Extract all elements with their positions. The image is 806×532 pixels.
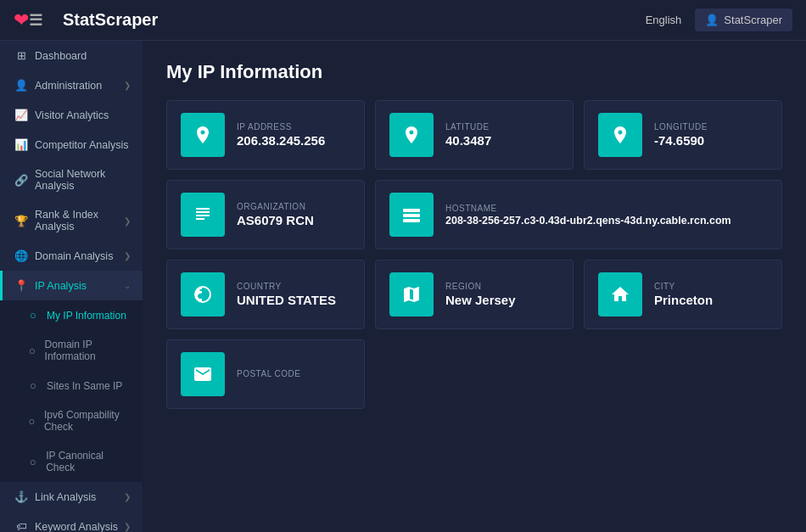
domain-analysis-icon: 🌐 [14, 249, 28, 262]
sidebar-item-link-analysis[interactable]: ⚓ Link Analysis ❯ [0, 482, 143, 512]
sidebar-label-my-ip: My IP Information [47, 310, 126, 322]
sidebar-item-rank-index[interactable]: 🏆 Rank & Index Analysis ❯ [0, 200, 143, 241]
card-ip-address: IP ADDRESS 206.38.245.256 [166, 100, 365, 170]
organization-value: AS6079 RCN [237, 213, 314, 227]
card-city: CITY Princeton [584, 260, 782, 329]
region-icon-box [389, 272, 434, 316]
ip-address-content: IP ADDRESS 206.38.245.256 [237, 122, 325, 148]
latitude-content: LATITUDE 40.3487 [445, 122, 491, 148]
card-region: REGION New Jersey [375, 260, 574, 329]
ip-address-icon-box [181, 113, 225, 157]
sidebar-item-ipv6-check[interactable]: ○ Ipv6 Compability Check [0, 400, 143, 441]
sidebar-label-social-network: Social Network Analysis [35, 168, 131, 192]
svg-rect-2 [403, 219, 420, 222]
chevron-icon: ❯ [124, 216, 131, 226]
city-content: CITY Princeton [654, 282, 713, 307]
sidebar-label-domain-analysis: Domain Analysis [35, 250, 113, 262]
cards-grid: IP ADDRESS 206.38.245.256 LATITUDE 40.34… [166, 100, 782, 409]
sidebar-label-rank-index: Rank & Index Analysis [35, 209, 124, 232]
sidebar-item-sites-same-ip[interactable]: ○ Sites In Same IP [0, 371, 143, 400]
longitude-label: LONGITUDE [654, 122, 708, 132]
card-longitude: LONGITUDE -74.6590 [584, 100, 782, 170]
dashboard-icon: ⊞ [14, 49, 28, 62]
sidebar-label-domain-ip: Domain IP Information [45, 339, 131, 362]
card-latitude: LATITUDE 40.3487 [375, 100, 574, 170]
logo: ☰ StatScraper [29, 10, 639, 30]
longitude-icon-box [598, 113, 642, 157]
country-value: UNITED STATES [237, 293, 336, 307]
country-content: COUNTRY UNITED STATES [237, 282, 336, 307]
chevron-icon: ❯ [124, 492, 131, 501]
sidebar-label-dashboard: Dashboard [35, 50, 87, 62]
layout: ⊞ Dashboard 👤 Administration ❯ 📈 Visitor… [0, 41, 806, 532]
organization-content: ORGANIZATION AS6079 RCN [237, 202, 314, 227]
chevron-icon: ❯ [124, 251, 131, 260]
sidebar-item-domain-ip[interactable]: ○ Domain IP Information [0, 330, 143, 371]
svg-rect-1 [403, 214, 420, 217]
sidebar-label-administration: Administration [35, 80, 102, 92]
latitude-value: 40.3487 [445, 133, 491, 148]
latitude-label: LATITUDE [445, 122, 491, 132]
postal-code-content: POSTAL CODE [237, 369, 301, 380]
sidebar-label-ip-canonical: IP Canonical Check [46, 450, 131, 473]
svg-rect-0 [403, 209, 420, 212]
topnav-right: English 👤 StatScraper [639, 8, 792, 31]
city-value: Princeton [654, 293, 713, 307]
circle-icon: ○ [26, 379, 40, 392]
link-analysis-icon: ⚓ [14, 490, 28, 503]
country-icon-box [181, 272, 225, 316]
ip-address-label: IP ADDRESS [237, 122, 325, 132]
sidebar-label-link-analysis: Link Analysis [35, 491, 96, 503]
sidebar: ⊞ Dashboard 👤 Administration ❯ 📈 Visitor… [0, 41, 143, 532]
longitude-value: -74.6590 [654, 133, 708, 148]
rank-index-icon: 🏆 [14, 215, 28, 227]
language-button[interactable]: English [639, 10, 689, 30]
sidebar-item-ip-analysis[interactable]: 📍 IP Analysis ⌄ [0, 271, 143, 300]
logo-icon: ❤ [14, 9, 29, 31]
ip-analysis-icon: 📍 [14, 279, 28, 292]
social-network-icon: 🔗 [14, 174, 28, 187]
chevron-icon: ❯ [124, 81, 131, 90]
hostname-content: HOSTNAME 208-38-256-257.c3-0.43d-ubr2.qe… [445, 204, 731, 227]
sidebar-item-administration[interactable]: 👤 Administration ❯ [0, 70, 143, 100]
region-value: New Jersey [445, 293, 516, 307]
sidebar-item-dashboard[interactable]: ⊞ Dashboard [0, 41, 143, 70]
logo-text: StatScraper [63, 10, 158, 30]
user-button[interactable]: 👤 StatScraper [695, 8, 792, 31]
sidebar-label-visitor-analytics: Visitor Analytics [35, 109, 109, 121]
latitude-icon-box [389, 113, 434, 157]
card-postal-code: POSTAL CODE [166, 339, 365, 409]
keyword-analysis-icon: 🏷 [14, 520, 28, 532]
sidebar-label-keyword-analysis: Keyword Analysis [35, 521, 118, 533]
administration-icon: 👤 [14, 79, 28, 92]
sidebar-item-my-ip[interactable]: ○ My IP Information [0, 300, 143, 330]
topnav: ❤ ☰ StatScraper English 👤 StatScraper [0, 0, 806, 41]
card-organization: ORGANIZATION AS6079 RCN [166, 180, 365, 249]
sidebar-item-domain-analysis[interactable]: 🌐 Domain Analysis ❯ [0, 241, 143, 271]
sidebar-item-ip-canonical[interactable]: ○ IP Canonical Check [0, 441, 143, 482]
sidebar-item-visitor-analytics[interactable]: 📈 Visitor Analytics [0, 100, 143, 130]
sidebar-item-competitor-analysis[interactable]: 📊 Competitor Analysis [0, 130, 143, 160]
hostname-icon-box [389, 193, 434, 237]
sidebar-label-competitor-analysis: Competitor Analysis [35, 139, 128, 151]
card-country: COUNTRY UNITED STATES [166, 260, 365, 329]
sidebar-item-social-network[interactable]: 🔗 Social Network Analysis [0, 160, 143, 200]
card-hostname: HOSTNAME 208-38-256-257.c3-0.43d-ubr2.qe… [375, 180, 782, 249]
sidebar-item-keyword-analysis[interactable]: 🏷 Keyword Analysis ❯ [0, 512, 143, 532]
chevron-down-icon: ⌄ [124, 281, 131, 290]
organization-label: ORGANIZATION [237, 202, 314, 211]
competitor-analysis-icon: 📊 [14, 138, 28, 151]
circle-icon: ○ [26, 415, 37, 428]
user-icon: 👤 [705, 14, 719, 26]
page-title: My IP Information [166, 61, 782, 83]
chevron-icon: ❯ [124, 522, 131, 531]
hamburger-button[interactable]: ☰ [29, 11, 42, 30]
region-label: REGION [445, 282, 516, 291]
region-content: REGION New Jersey [445, 282, 516, 307]
city-icon-box [598, 272, 642, 316]
ip-submenu: ○ My IP Information ○ Domain IP Informat… [0, 300, 143, 482]
circle-icon: ○ [26, 344, 38, 357]
sidebar-label-ipv6-check: Ipv6 Compability Check [44, 409, 131, 433]
main-content: My IP Information IP ADDRESS 206.38.245.… [143, 41, 806, 532]
postal-code-label: POSTAL CODE [237, 369, 301, 378]
